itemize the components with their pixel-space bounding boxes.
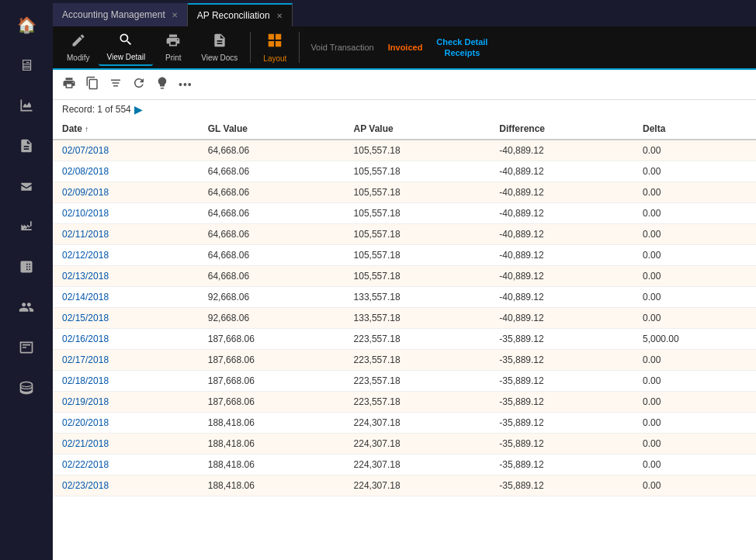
cell-date[interactable]: 02/19/2018 <box>53 392 199 413</box>
cell-date[interactable]: 02/18/2018 <box>53 371 199 392</box>
cell-date[interactable]: 02/08/2018 <box>53 161 199 182</box>
table-row: 02/11/201864,668.06105,557.18-40,889.120… <box>53 224 756 245</box>
sidebar-item-home[interactable]: 🏠 <box>6 6 47 43</box>
content-area: ••• Record: 1 of 554 ▶ Date ↑ GL Value A… <box>53 70 756 560</box>
cell-gl-value: 187,668.06 <box>199 350 345 371</box>
cell-delta: 0.00 <box>633 475 756 496</box>
cell-date[interactable]: 02/23/2018 <box>53 475 199 496</box>
cell-date[interactable]: 02/09/2018 <box>53 182 199 203</box>
cell-difference: -35,889.12 <box>490 350 633 371</box>
invoiced-button[interactable]: Invoiced <box>382 40 429 55</box>
sidebar-item-reports[interactable] <box>6 127 47 164</box>
cell-ap-value: 105,557.18 <box>345 266 491 287</box>
col-header-difference[interactable]: Difference <box>490 119 633 140</box>
cell-gl-value: 188,418.06 <box>199 455 345 475</box>
cell-delta: 0.00 <box>633 203 756 224</box>
cell-difference: -40,889.12 <box>490 140 633 161</box>
cell-ap-value: 105,557.18 <box>345 140 491 161</box>
record-next-arrow[interactable]: ▶ <box>134 103 143 116</box>
cell-date[interactable]: 02/17/2018 <box>53 350 199 371</box>
layout-button[interactable]: Layout <box>255 29 294 66</box>
table-header-row: Date ↑ GL Value AP Value Difference Delt… <box>53 119 756 140</box>
tab-ap-reconciliation[interactable]: AP Reconciliation ✕ <box>188 3 293 26</box>
view-docs-button[interactable]: View Docs <box>193 29 245 65</box>
cell-difference: -35,889.12 <box>490 413 633 434</box>
tab-close-ap[interactable]: ✕ <box>276 12 283 20</box>
bulb-action-icon[interactable] <box>155 76 169 93</box>
more-action-icon[interactable]: ••• <box>179 78 192 91</box>
cell-delta: 0.00 <box>633 308 756 329</box>
sidebar-item-warehouse[interactable] <box>6 168 47 205</box>
col-header-ap-value[interactable]: AP Value <box>345 119 491 140</box>
cell-gl-value: 64,668.06 <box>199 245 345 266</box>
print-icon <box>165 33 181 52</box>
cell-date[interactable]: 02/15/2018 <box>53 308 199 329</box>
cell-difference: -40,889.12 <box>490 224 633 245</box>
cell-date[interactable]: 02/20/2018 <box>53 413 199 434</box>
cell-date[interactable]: 02/10/2018 <box>53 203 199 224</box>
cell-ap-value: 223,557.18 <box>345 329 491 350</box>
tab-close-accounting[interactable]: ✕ <box>172 11 178 19</box>
modify-button[interactable]: Modify <box>59 29 97 65</box>
check-detail-button[interactable]: Check Detail Receipts <box>430 34 494 60</box>
view-docs-label: View Docs <box>201 54 238 62</box>
cell-ap-value: 223,557.18 <box>345 371 491 392</box>
table-row: 02/07/201864,668.06105,557.18-40,889.120… <box>53 140 756 161</box>
toolbar-sep-2 <box>299 32 300 63</box>
print-action-icon[interactable] <box>62 76 76 93</box>
col-header-date[interactable]: Date ↑ <box>53 119 199 140</box>
cell-date[interactable]: 02/13/2018 <box>53 266 199 287</box>
cell-gl-value: 64,668.06 <box>199 140 345 161</box>
table-row: 02/16/2018187,668.06223,557.18-35,889.12… <box>53 329 756 350</box>
table-container: Date ↑ GL Value AP Value Difference Delt… <box>53 119 756 560</box>
sidebar: 🏠 🖥 <box>0 0 53 560</box>
cell-gl-value: 64,668.06 <box>199 203 345 224</box>
filter-action-icon[interactable] <box>109 76 123 93</box>
sidebar-item-calculator[interactable] <box>6 248 47 285</box>
print-button[interactable]: Print <box>154 29 192 65</box>
record-bar: Record: 1 of 554 ▶ <box>53 100 756 119</box>
cell-difference: -35,889.12 <box>490 475 633 496</box>
sidebar-item-factory[interactable] <box>6 208 47 245</box>
col-header-delta[interactable]: Delta <box>633 119 756 140</box>
void-transaction-button[interactable]: Void Transaction <box>304 40 380 55</box>
sidebar-item-monitor[interactable]: 🖥 <box>6 47 47 84</box>
check-detail-label: Check Detail <box>436 37 487 47</box>
layout-icon <box>266 32 283 53</box>
cell-difference: -35,889.12 <box>490 392 633 413</box>
tab-accounting-management[interactable]: Accounting Management ✕ <box>53 3 188 26</box>
table-row: 02/19/2018187,668.06223,557.18-35,889.12… <box>53 392 756 413</box>
layout-label: Layout <box>263 54 286 63</box>
cell-delta: 0.00 <box>633 224 756 245</box>
cell-date[interactable]: 02/11/2018 <box>53 224 199 245</box>
action-bar: ••• <box>53 70 756 100</box>
cell-difference: -35,889.12 <box>490 455 633 475</box>
table-row: 02/22/2018188,418.06224,307.18-35,889.12… <box>53 455 756 475</box>
doc-icon <box>212 33 227 52</box>
cell-delta: 0.00 <box>633 245 756 266</box>
sidebar-item-news[interactable] <box>6 329 47 366</box>
void-transaction-label: Void Transaction <box>310 43 373 52</box>
cell-date[interactable]: 02/22/2018 <box>53 455 199 475</box>
cell-ap-value: 105,557.18 <box>345 182 491 203</box>
sidebar-item-chart[interactable] <box>6 87 47 124</box>
cell-date[interactable]: 02/12/2018 <box>53 245 199 266</box>
tab-label: Accounting Management <box>62 9 165 20</box>
sidebar-item-crm[interactable] <box>6 289 47 326</box>
cell-delta: 0.00 <box>633 140 756 161</box>
col-header-gl-value[interactable]: GL Value <box>199 119 345 140</box>
pencil-icon <box>71 33 86 52</box>
sidebar-item-database[interactable] <box>6 369 47 406</box>
cell-date[interactable]: 02/07/2018 <box>53 140 199 161</box>
cell-date[interactable]: 02/21/2018 <box>53 434 199 455</box>
cell-difference: -40,889.12 <box>490 182 633 203</box>
cell-ap-value: 105,557.18 <box>345 203 491 224</box>
toolbar: Modify View Detail Print View Docs Layo <box>53 26 756 70</box>
cell-difference: -35,889.12 <box>490 434 633 455</box>
view-detail-button[interactable]: View Detail <box>99 29 153 66</box>
cell-date[interactable]: 02/16/2018 <box>53 329 199 350</box>
cell-date[interactable]: 02/14/2018 <box>53 287 199 308</box>
cell-ap-value: 133,557.18 <box>345 308 491 329</box>
copy-action-icon[interactable] <box>85 76 99 93</box>
refresh-action-icon[interactable] <box>132 76 146 93</box>
